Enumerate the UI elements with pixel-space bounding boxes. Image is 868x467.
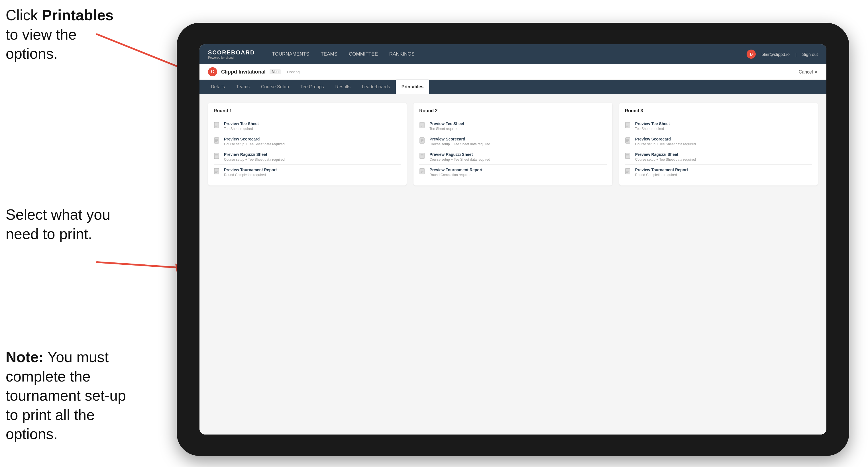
round-3-title: Round 3 bbox=[625, 108, 812, 114]
round1-tee-sheet-text: Preview Tee Sheet Tee Sheet required bbox=[224, 121, 259, 131]
nav-link-teams[interactable]: TEAMS bbox=[320, 50, 337, 58]
top-nav-links: TOURNAMENTS TEAMS COMMITTEE RANKINGS bbox=[272, 50, 747, 58]
round3-report-title: Preview Tournament Report bbox=[635, 167, 688, 172]
round2-scorecard-title: Preview Scorecard bbox=[429, 137, 490, 141]
tab-teams[interactable]: Teams bbox=[230, 80, 255, 94]
round2-raguzzi-icon bbox=[419, 153, 426, 161]
round1-scorecard-sub: Course setup + Tee Sheet data required bbox=[224, 142, 285, 146]
brand-subtitle: Powered by clippd bbox=[208, 56, 255, 59]
separator: | bbox=[795, 52, 797, 57]
sign-out-link[interactable]: Sign out bbox=[802, 52, 818, 57]
tab-tee-groups[interactable]: Tee Groups bbox=[294, 80, 330, 94]
instruction-top-suffix: to view the options. bbox=[6, 26, 76, 62]
instruction-middle-text: Select what you need to print. bbox=[6, 206, 110, 242]
round1-tee-sheet-title: Preview Tee Sheet bbox=[224, 121, 259, 126]
round3-tee-sheet-text: Preview Tee Sheet Tee Sheet required bbox=[635, 121, 670, 131]
instruction-bottom: Note: You must complete the tournament s… bbox=[6, 348, 134, 444]
nav-link-tournaments[interactable]: TOURNAMENTS bbox=[272, 50, 309, 58]
instruction-top: Click Printables to view the options. bbox=[6, 6, 120, 64]
round2-tee-sheet-sub: Tee Sheet required bbox=[429, 127, 464, 131]
brand-title: SCOREBOARD bbox=[208, 49, 255, 56]
round3-report-text: Preview Tournament Report Round Completi… bbox=[635, 167, 688, 177]
round3-tee-sheet[interactable]: Preview Tee Sheet Tee Sheet required bbox=[625, 119, 812, 134]
round3-tee-sheet-sub: Tee Sheet required bbox=[635, 127, 670, 131]
round3-raguzzi[interactable]: Preview Raguzzi Sheet Course setup + Tee… bbox=[625, 149, 812, 165]
round3-scorecard[interactable]: Preview Scorecard Course setup + Tee She… bbox=[625, 134, 812, 149]
user-email: blair@clippd.io bbox=[762, 52, 789, 57]
instruction-middle: Select what you need to print. bbox=[6, 205, 125, 244]
round-2-section: Round 2 Preview Tee Sheet Tee Sheet requ… bbox=[413, 102, 612, 186]
instruction-top-highlight: Printables bbox=[42, 7, 114, 23]
tournament-report-icon bbox=[214, 168, 221, 176]
round1-report-text: Preview Tournament Report Round Completi… bbox=[224, 167, 277, 177]
round1-tournament-report[interactable]: Preview Tournament Report Round Completi… bbox=[214, 165, 401, 180]
round2-scorecard[interactable]: Preview Scorecard Course setup + Tee She… bbox=[419, 134, 607, 149]
round2-report-icon bbox=[419, 168, 426, 176]
round2-scorecard-sub: Course setup + Tee Sheet data required bbox=[429, 142, 490, 146]
round3-raguzzi-title: Preview Raguzzi Sheet bbox=[635, 152, 696, 157]
round3-raguzzi-text: Preview Raguzzi Sheet Course setup + Tee… bbox=[635, 152, 696, 161]
round3-report-sub: Round Completion required bbox=[635, 173, 688, 177]
tournament-name: Clippd Invitational bbox=[221, 69, 266, 75]
instruction-bottom-note: Note: bbox=[6, 349, 43, 365]
round2-tee-icon bbox=[419, 122, 426, 130]
svg-line-3 bbox=[97, 262, 182, 268]
tab-leaderboards[interactable]: Leaderboards bbox=[356, 80, 396, 94]
round2-raguzzi-text: Preview Raguzzi Sheet Course setup + Tee… bbox=[429, 152, 490, 161]
top-nav-right: B blair@clippd.io | Sign out bbox=[747, 50, 818, 59]
round2-tee-sheet-text: Preview Tee Sheet Tee Sheet required bbox=[429, 121, 464, 131]
round2-tee-sheet-title: Preview Tee Sheet bbox=[429, 121, 464, 126]
round3-raguzzi-icon bbox=[625, 153, 632, 161]
round1-raguzzi-sub: Course setup + Tee Sheet data required bbox=[224, 158, 285, 161]
main-content: Round 1 Preview Tee Sheet Tee Sheet requ… bbox=[199, 94, 827, 435]
tournament-info: C Clippd Invitational Men Hosting bbox=[208, 67, 300, 76]
top-nav: SCOREBOARD Powered by clippd TOURNAMENTS… bbox=[199, 44, 827, 64]
round2-report-text: Preview Tournament Report Round Completi… bbox=[429, 167, 483, 177]
round3-tournament-report[interactable]: Preview Tournament Report Round Completi… bbox=[625, 165, 812, 180]
tab-bar: Details Teams Course Setup Tee Groups Re… bbox=[199, 80, 827, 94]
raguzzi-icon bbox=[214, 153, 221, 161]
round1-tee-sheet[interactable]: Preview Tee Sheet Tee Sheet required bbox=[214, 119, 401, 134]
tab-course-setup[interactable]: Course Setup bbox=[255, 80, 294, 94]
round2-raguzzi-title: Preview Raguzzi Sheet bbox=[429, 152, 490, 157]
round-2-title: Round 2 bbox=[419, 108, 607, 114]
round-3-section: Round 3 Preview Tee Sheet Tee Sheet requ… bbox=[619, 102, 818, 186]
round2-tournament-report[interactable]: Preview Tournament Report Round Completi… bbox=[419, 165, 607, 180]
cancel-button[interactable]: Cancel ✕ bbox=[799, 69, 818, 75]
round2-report-sub: Round Completion required bbox=[429, 173, 483, 177]
round1-report-title: Preview Tournament Report bbox=[224, 167, 277, 172]
round2-tee-sheet[interactable]: Preview Tee Sheet Tee Sheet required bbox=[419, 119, 607, 134]
tee-sheet-icon bbox=[214, 122, 221, 130]
round1-scorecard-title: Preview Scorecard bbox=[224, 137, 285, 141]
round1-raguzzi-text: Preview Raguzzi Sheet Course setup + Tee… bbox=[224, 152, 285, 161]
round3-scorecard-icon bbox=[625, 137, 632, 145]
tablet-frame: SCOREBOARD Powered by clippd TOURNAMENTS… bbox=[177, 23, 849, 456]
round3-scorecard-text: Preview Scorecard Course setup + Tee She… bbox=[635, 137, 696, 146]
tab-printables[interactable]: Printables bbox=[396, 80, 429, 94]
instruction-top-prefix: Click bbox=[6, 7, 42, 23]
round-1-section: Round 1 Preview Tee Sheet Tee Sheet requ… bbox=[208, 102, 407, 186]
round3-tee-sheet-title: Preview Tee Sheet bbox=[635, 121, 670, 126]
round2-scorecard-text: Preview Scorecard Course setup + Tee She… bbox=[429, 137, 490, 146]
round-1-title: Round 1 bbox=[214, 108, 401, 114]
tab-results[interactable]: Results bbox=[330, 80, 356, 94]
round2-scorecard-icon bbox=[419, 137, 426, 145]
round3-scorecard-sub: Course setup + Tee Sheet data required bbox=[635, 142, 696, 146]
round1-raguzzi[interactable]: Preview Raguzzi Sheet Course setup + Tee… bbox=[214, 149, 401, 165]
tablet-screen: SCOREBOARD Powered by clippd TOURNAMENTS… bbox=[199, 44, 827, 435]
round3-tee-icon bbox=[625, 122, 632, 130]
nav-link-committee[interactable]: COMMITTEE bbox=[349, 50, 378, 58]
tournament-header: C Clippd Invitational Men Hosting Cancel… bbox=[199, 64, 827, 80]
round1-tee-sheet-sub: Tee Sheet required bbox=[224, 127, 259, 131]
round3-report-icon bbox=[625, 168, 632, 176]
tournament-icon: C bbox=[208, 67, 217, 76]
round2-raguzzi[interactable]: Preview Raguzzi Sheet Course setup + Tee… bbox=[419, 149, 607, 165]
round1-scorecard-text: Preview Scorecard Course setup + Tee She… bbox=[224, 137, 285, 146]
nav-link-rankings[interactable]: RANKINGS bbox=[389, 50, 414, 58]
user-avatar: B bbox=[747, 50, 756, 59]
brand: SCOREBOARD Powered by clippd bbox=[208, 49, 255, 59]
round1-scorecard[interactable]: Preview Scorecard Course setup + Tee She… bbox=[214, 134, 401, 149]
round1-raguzzi-title: Preview Raguzzi Sheet bbox=[224, 152, 285, 157]
tab-details[interactable]: Details bbox=[205, 80, 230, 94]
scorecard-icon bbox=[214, 137, 221, 145]
